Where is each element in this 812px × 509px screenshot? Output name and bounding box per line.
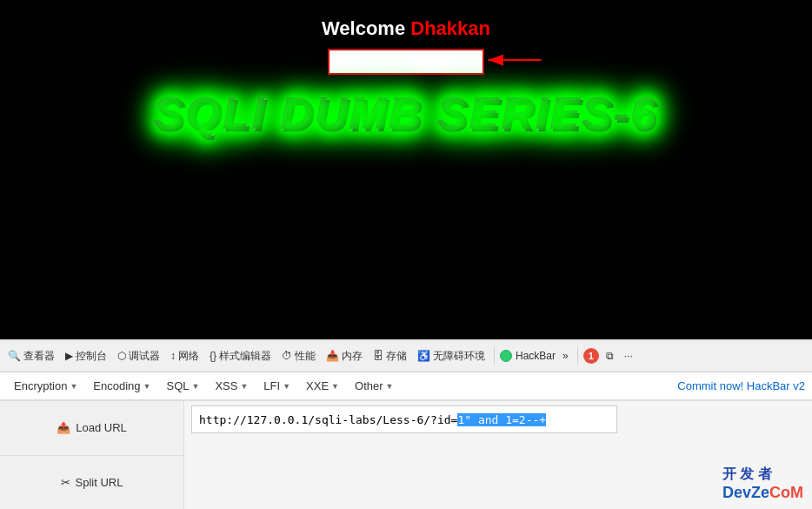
console-label: 控制台 — [76, 349, 107, 364]
more-icon: » — [562, 350, 569, 362]
load-url-icon: 📤 — [57, 421, 70, 434]
main-content: Welcome Dhakkan SQLI DUMB SERIES-6 — [0, 0, 812, 339]
sql-label: SQL — [166, 379, 189, 392]
hackbar-dot-icon — [500, 350, 512, 362]
load-url-button[interactable]: 📤 Load URL — [0, 401, 183, 456]
menu-other[interactable]: Other ▼ — [348, 376, 400, 396]
watermark-dev: DevZe — [722, 484, 769, 501]
url-display[interactable]: http://127.0.0.1/sqli-labs/Less-6/?id=1"… — [191, 405, 617, 433]
url-plain-part: http://127.0.0.1/sqli-labs/Less-6/?id= — [199, 413, 457, 426]
url-input-area: http://127.0.0.1/sqli-labs/Less-6/?id=1"… — [184, 401, 812, 509]
hackbar-label: HackBar — [516, 350, 556, 362]
toolbar-separator-1 — [494, 347, 495, 365]
watermark: 开 发 者 DevZeCoM — [722, 465, 803, 502]
xss-chevron: ▼ — [240, 382, 248, 391]
input-wrapper — [328, 49, 484, 75]
toolbar-hackbar[interactable]: HackBar — [500, 350, 556, 362]
storage-label: 存储 — [386, 349, 407, 364]
toolbar-style-editor[interactable]: {} 样式编辑器 — [206, 347, 275, 365]
memory-label: 内存 — [342, 349, 363, 364]
split-url-icon: ✂ — [61, 476, 70, 489]
debugger-label: 调试器 — [129, 349, 160, 364]
toolbar-separator-2 — [577, 347, 578, 365]
sql-chevron: ▼ — [192, 382, 200, 391]
toolbar-network[interactable]: ↕ 网络 — [167, 347, 203, 365]
accessibility-label: 无障碍环境 — [433, 349, 485, 364]
commit-label: Commit now! HackBar v2 — [677, 379, 805, 392]
main-input[interactable] — [328, 49, 484, 75]
hackbar-menu: Encryption ▼ Encoding ▼ SQL ▼ XSS ▼ LFI … — [0, 372, 812, 400]
toolbar-memory[interactable]: 📥 内存 — [323, 347, 366, 365]
performance-label: 性能 — [295, 349, 316, 364]
watermark-com: CoM — [769, 484, 803, 501]
split-url-label: Split URL — [76, 476, 123, 489]
split-url-button[interactable]: ✂ Split URL — [0, 456, 183, 510]
notification-badge: 1 — [583, 348, 599, 364]
menu-encoding[interactable]: Encoding ▼ — [86, 376, 157, 396]
username-label: Dhakkan — [410, 17, 490, 39]
lfi-label: LFI — [263, 379, 280, 392]
page-title: SQLI DUMB SERIES-6 — [154, 88, 657, 140]
arrow-indicator — [484, 47, 545, 77]
commit-btn[interactable]: Commit now! HackBar v2 — [677, 379, 805, 392]
inspector-icon: 🔍 — [8, 350, 21, 362]
menu-xxe[interactable]: XXE ▼ — [299, 376, 346, 396]
menu-dots-icon: ··· — [624, 350, 633, 362]
toolbar-menu-btn[interactable]: ··· — [621, 348, 636, 364]
notification-count: 1 — [589, 351, 594, 361]
browser-toolbar: 🔍 查看器 ▶ 控制台 ⬡ 调试器 ↕ 网络 {} 样式编辑器 ⏱ 性能 📥 内… — [0, 339, 812, 372]
menu-xss[interactable]: XSS ▼ — [208, 376, 255, 396]
menu-sql[interactable]: SQL ▼ — [159, 376, 206, 396]
encoding-chevron: ▼ — [143, 382, 151, 391]
bottom-bar: 📤 Load URL ✂ Split URL http://127.0.0.1/… — [0, 400, 812, 509]
toolbar-debugger[interactable]: ⬡ 调试器 — [114, 347, 163, 365]
encoding-label: Encoding — [93, 379, 140, 392]
encryption-label: Encryption — [14, 379, 67, 392]
toolbar-performance[interactable]: ⏱ 性能 — [278, 347, 319, 365]
watermark-chinese: 开 发 者 — [722, 466, 772, 481]
inspector-label: 查看器 — [23, 349, 55, 364]
load-url-label: Load URL — [76, 421, 127, 434]
style-editor-icon: {} — [210, 350, 216, 362]
menu-encryption[interactable]: Encryption ▼ — [7, 376, 84, 396]
performance-icon: ⏱ — [282, 350, 292, 362]
toolbar-console[interactable]: ▶ 控制台 — [62, 347, 110, 365]
memory-icon: 📥 — [326, 350, 339, 362]
left-buttons: 📤 Load URL ✂ Split URL — [0, 401, 184, 509]
toolbar-more-btn[interactable]: » — [559, 348, 572, 364]
network-icon: ↕ — [170, 350, 176, 362]
welcome-label: Welcome — [322, 17, 405, 39]
lfi-chevron: ▼ — [283, 382, 290, 391]
network-label: 网络 — [178, 349, 199, 364]
console-icon: ▶ — [65, 350, 73, 362]
toolbar-accessibility[interactable]: ♿ 无障碍环境 — [414, 347, 489, 365]
xxe-chevron: ▼ — [331, 382, 339, 391]
copy-icon: ⧉ — [606, 350, 614, 362]
toolbar-inspector[interactable]: 🔍 查看器 — [4, 347, 58, 365]
storage-icon: 🗄 — [373, 350, 383, 362]
url-highlighted-part: 1" and 1=2--+ — [457, 413, 546, 426]
welcome-section: Welcome Dhakkan — [322, 17, 490, 40]
accessibility-icon: ♿ — [417, 350, 430, 362]
other-label: Other — [355, 379, 383, 392]
menu-lfi[interactable]: LFI ▼ — [256, 376, 297, 396]
toolbar-copy-btn[interactable]: ⧉ — [602, 348, 617, 364]
xss-label: XSS — [215, 379, 237, 392]
other-chevron: ▼ — [386, 382, 394, 391]
debugger-icon: ⬡ — [117, 350, 126, 362]
arrow-icon — [484, 47, 545, 73]
toolbar-storage[interactable]: 🗄 存储 — [369, 347, 410, 365]
style-editor-label: 样式编辑器 — [219, 349, 271, 364]
xxe-label: XXE — [306, 379, 329, 392]
encryption-chevron: ▼ — [70, 382, 77, 391]
